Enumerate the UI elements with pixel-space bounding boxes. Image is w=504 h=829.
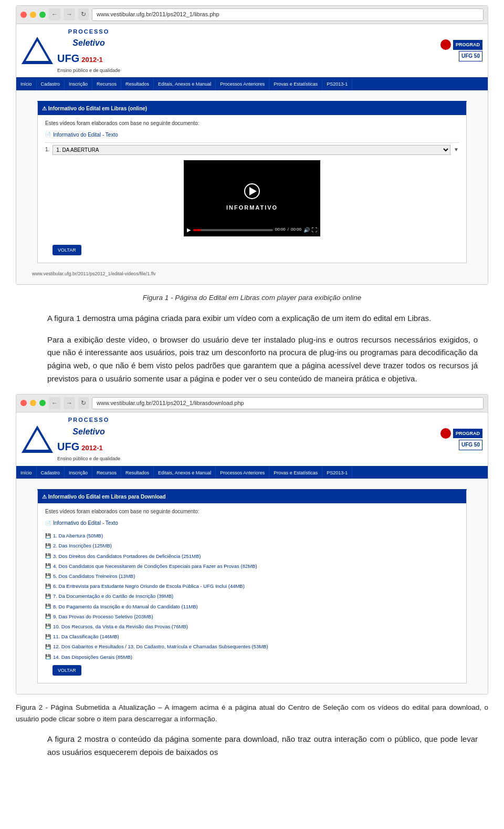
- ufg-logos-right: PROGRAD UFG 50: [440, 39, 482, 61]
- maximize-icon[interactable]: [39, 12, 46, 18]
- ufg-header1: PROCESSO Seletivo UFG 2012-1 Ensino públ…: [16, 24, 488, 79]
- video-player: INFORMATIVO ▶ 00:00 / 00:00 🔊 ⛶: [184, 160, 320, 236]
- url-bar1[interactable]: www.vestibular.ufg.br/2011/ps2012_1/libr…: [92, 8, 484, 21]
- download-item-4[interactable]: 5. Dos Candidatos Treineiros (13MB): [45, 571, 459, 581]
- screenshot2: ← → ↻ www.vestibular.ufg.br/2011/ps2012_…: [16, 394, 488, 695]
- voltar-btn2[interactable]: VOLTAR: [45, 662, 459, 678]
- nav-processos[interactable]: Processos Anteriores: [216, 78, 269, 90]
- download-item-3[interactable]: 4. Dos Candidatos que Necessitarem de Co…: [45, 561, 459, 571]
- title-ufg2: UFG: [57, 438, 79, 455]
- nav-inscricao[interactable]: Inscrição: [65, 78, 92, 90]
- progress-fill: [193, 229, 201, 231]
- fullscreen-icon[interactable]: ⛶: [312, 226, 317, 234]
- refresh-button2[interactable]: ↻: [78, 397, 89, 409]
- info-link2[interactable]: Informativo do Edital - Texto: [45, 519, 459, 527]
- dropdown-label1: 1.: [45, 146, 49, 154]
- nav-recursos[interactable]: Recursos: [92, 78, 121, 90]
- progress-bar[interactable]: [193, 229, 273, 231]
- maximize-icon2[interactable]: [39, 400, 46, 406]
- nav-bar1: Início Cadastro Inscrição Recursos Resul…: [16, 78, 488, 90]
- ufg-logo2: PROCESSO Seletivo UFG 2012-1 Ensino públ…: [22, 416, 120, 463]
- url-bar2[interactable]: www.vestibular.ufg.br/2011/ps2012_1/libr…: [92, 397, 484, 410]
- duration-display: /: [288, 226, 289, 233]
- prograd-badge2: PROGRAD: [453, 429, 482, 438]
- body-text2: Para a exibição deste vídeo, o browser d…: [47, 334, 478, 386]
- nav2-cadastro[interactable]: Cadastro: [37, 467, 65, 479]
- nav-cadastro[interactable]: Cadastro: [37, 78, 65, 90]
- download-item-9[interactable]: 10. Dos Recursos, da Vista e da Revisão …: [45, 621, 459, 631]
- minimize-icon[interactable]: [30, 12, 36, 18]
- title-sub2: Ensino público e de qualidade: [57, 455, 120, 462]
- minimize-icon2[interactable]: [30, 400, 36, 406]
- title-year2: 2012-1: [81, 443, 102, 454]
- download-item-8[interactable]: 9. Das Provas do Processo Seletivo (203M…: [45, 612, 459, 621]
- nav2-ps2013[interactable]: PS2013-1: [322, 467, 352, 479]
- download-item-2[interactable]: 3. Dos Direitos dos Candidatos Portadore…: [45, 551, 459, 561]
- nav2-provas[interactable]: Provas e Estatísticas: [269, 467, 322, 479]
- info-box1: ⚠ Informativo do Edital em Libras (onlin…: [37, 101, 467, 263]
- chapter-select[interactable]: 1. DA ABERTURA: [52, 145, 450, 155]
- nav2-inscricao[interactable]: Inscrição: [65, 467, 92, 479]
- close-icon2[interactable]: [20, 400, 27, 406]
- download-item-10[interactable]: 11. Da Classificação (146MB): [45, 631, 459, 641]
- figure2-caption: Figura 2 - Página Submetida a Atualizaçã…: [16, 702, 488, 724]
- ufg50-badge2: UFG 50: [459, 440, 482, 450]
- nav2-resultados[interactable]: Resultados: [121, 467, 154, 479]
- download-item-7[interactable]: 8. Do Pagamento da Inscrição e do Manual…: [45, 602, 459, 612]
- back-button2[interactable]: ←: [49, 397, 60, 409]
- forward-button[interactable]: →: [64, 8, 75, 20]
- refresh-button[interactable]: ↻: [78, 8, 89, 20]
- content-panel1: ⚠ Informativo do Edital em Libras (onlin…: [16, 90, 488, 285]
- download-item-5[interactable]: 6. Da Entrevista para Estudante Negro Or…: [45, 581, 459, 591]
- browser-toolbar2: ← → ↻ www.vestibular.ufg.br/2011/ps2012_…: [16, 395, 488, 413]
- nav2-processos[interactable]: Processos Anteriores: [216, 467, 269, 479]
- download-item-11[interactable]: 12. Dos Gabaritos e Resultados / 13. Do …: [45, 641, 459, 651]
- video-controls: ▶ 00:00 / 00:00 🔊 ⛶: [184, 224, 320, 236]
- voltar-btn1[interactable]: VOLTAR: [45, 242, 459, 257]
- nav-bar2: Início Cadastro Inscrição Recursos Resul…: [16, 467, 488, 479]
- info-box-title1: ⚠ Informativo do Edital em Libras (onlin…: [38, 102, 466, 115]
- dropdown-row1: 1. 1. DA ABERTURA ▼: [45, 142, 459, 155]
- info-box2: ⚠ Informativo do Edital em Libras para D…: [37, 489, 467, 683]
- download-item-0[interactable]: 1. Da Abertura (50MB): [45, 531, 459, 541]
- title-processo2: PROCESSO: [57, 416, 120, 425]
- play-ctrl-icon[interactable]: ▶: [187, 226, 191, 234]
- content-panel2: ⚠ Informativo do Edital em Libras para D…: [16, 479, 488, 694]
- download-item-6[interactable]: 7. Da Documentação e do Cartão de Inscri…: [45, 591, 459, 601]
- nav-ps2013[interactable]: PS2013-1: [322, 78, 352, 90]
- prograd-badge: PROGRAD: [453, 40, 482, 49]
- volume-icon[interactable]: 🔊: [303, 226, 310, 234]
- ufg-header2: PROCESSO Seletivo UFG 2012-1 Ensino públ…: [16, 412, 488, 467]
- screenshot1: ← → ↻ www.vestibular.ufg.br/2011/ps2012_…: [16, 5, 488, 285]
- close-icon[interactable]: [20, 12, 27, 18]
- download-list: 1. Da Abertura (50MB) 2. Das Inscrições …: [45, 531, 459, 661]
- nav2-recursos[interactable]: Recursos: [92, 467, 121, 479]
- ufg-logo: PROCESSO Seletivo UFG 2012-1 Ensino públ…: [22, 27, 120, 75]
- nav-editais[interactable]: Editais, Anexos e Manual: [154, 78, 216, 90]
- info-link1[interactable]: Informativo do Edital - Texto: [45, 131, 459, 139]
- download-item-1[interactable]: 2. Das Inscrições (125MB): [45, 541, 459, 551]
- play-icon: [249, 187, 257, 195]
- dropdown-arrow[interactable]: ▼: [454, 146, 459, 154]
- download-item-12[interactable]: 14. Das Disposições Gerais (85MB): [45, 652, 459, 662]
- title-ufg: UFG: [57, 50, 79, 67]
- footer-url1: www.vestibular.ufg.br/2011/ps2012_1/edit…: [27, 268, 477, 279]
- browser-toolbar1: ← → ↻ www.vestibular.ufg.br/2011/ps2012_…: [16, 6, 488, 24]
- nav-provas[interactable]: Provas e Estatísticas: [269, 78, 322, 90]
- duration-display2: 00:00: [291, 226, 301, 233]
- time-display: 00:00: [275, 226, 286, 233]
- play-button[interactable]: [244, 183, 260, 199]
- page-wrapper: ← → ↻ www.vestibular.ufg.br/2011/ps2012_…: [0, 0, 504, 783]
- info-box-subtitle1: Estes vídeos foram elaborados com base n…: [45, 119, 459, 128]
- nav-inicio[interactable]: Início: [16, 78, 37, 90]
- forward-button2[interactable]: →: [64, 397, 75, 409]
- info-box-subtitle2: Estes vídeos foram elaborados com base n…: [45, 507, 459, 516]
- nav-resultados[interactable]: Resultados: [121, 78, 154, 90]
- nav2-editais[interactable]: Editais, Anexos e Manual: [154, 467, 216, 479]
- nav2-inicio[interactable]: Início: [16, 467, 37, 479]
- body-text3: A figura 2 mostra o conteúdo da página s…: [47, 733, 478, 759]
- title-year: 2012-1: [81, 55, 102, 66]
- back-button[interactable]: ←: [49, 8, 60, 20]
- title-seletivo2: Seletivo: [57, 425, 120, 439]
- ufg50-badge: UFG 50: [459, 51, 482, 61]
